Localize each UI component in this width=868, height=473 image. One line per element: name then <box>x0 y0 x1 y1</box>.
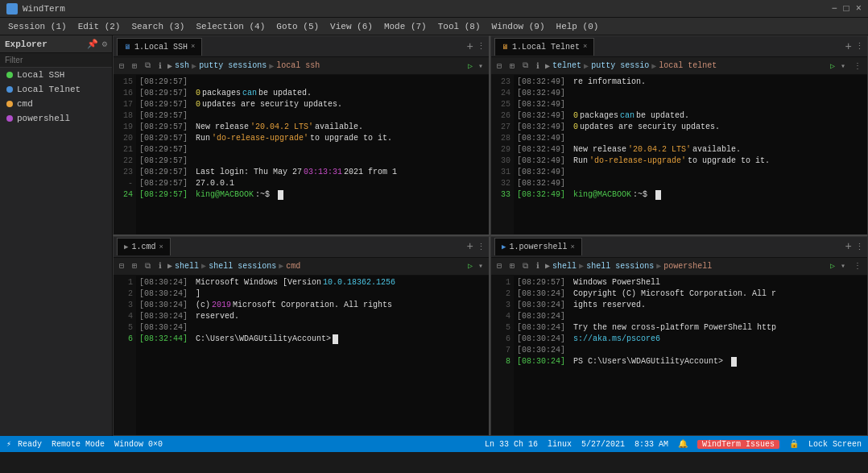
sidebar-item-local-ssh[interactable]: Local SSH <box>0 68 112 82</box>
close-button[interactable]: × <box>856 3 862 15</box>
sidebar-settings-icon[interactable]: ⚙ <box>101 39 107 49</box>
cmd-copy-btn[interactable]: ⧉ <box>143 261 153 272</box>
menu-view[interactable]: View (6) <box>325 20 378 33</box>
menu-help[interactable]: Help (0) <box>552 20 604 33</box>
bread-telnet-3[interactable]: local telnet <box>659 61 717 70</box>
tab-telnet-close[interactable]: × <box>583 43 587 51</box>
tab-local-telnet[interactable]: 🖥 1.Local Telnet × <box>494 38 594 56</box>
terminal-ssh-lines[interactable]: [08:29:57] [08:29:57] 0 packages can be … <box>136 75 489 234</box>
tab-cmd-add[interactable]: + <box>467 240 473 253</box>
bread-ssh-2[interactable]: putty sessions <box>199 61 267 70</box>
terminal-telnet-tabbar: 🖥 1.Local Telnet × + ⋮ <box>491 36 867 57</box>
ps-split-h-btn[interactable]: ⊟ <box>494 260 504 272</box>
cmd-dropdown-btn[interactable]: ▾ <box>476 260 486 272</box>
telnet-split-v-btn[interactable]: ⊞ <box>507 60 517 72</box>
tab-telnet-add[interactable]: + <box>845 40 852 53</box>
tab-cmd[interactable]: ▶ 1.cmd × <box>117 238 171 255</box>
telnet-run-btn[interactable]: ▷ <box>830 61 835 71</box>
terminal-ssh-toolbar: ⊟ ⊞ ⧉ ℹ ▶ ssh ▶ putty sessions ▶ local s… <box>114 57 489 75</box>
menu-edit[interactable]: Edit (2) <box>73 20 126 33</box>
status-lock-screen[interactable]: Lock Screen <box>808 440 862 449</box>
bread-cmd-1[interactable]: shell <box>175 262 199 271</box>
cmd-split-v-btn[interactable]: ⊞ <box>130 260 139 272</box>
terminal-ps-content[interactable]: 1 2 3 4 5 6 7 8 [08:29:57] Windows Power… <box>491 276 867 436</box>
ps-run-btn[interactable]: ▷ <box>830 261 835 271</box>
terminal-telnet-toolbar: ⊟ ⊞ ⧉ ℹ ▶ telnet ▶ putty sessio ▶ local … <box>491 57 867 75</box>
ssh-run-btn[interactable]: ▷ <box>468 61 473 71</box>
ps-dropdown-btn[interactable]: ▾ <box>838 260 848 272</box>
terminal-cmd-content[interactable]: 1 2 3 4 5 6 [08:30:24] Microsoft Windows… <box>114 276 489 436</box>
bread-ps-2[interactable]: shell sessions <box>586 262 654 271</box>
bread-ps-3[interactable]: powershell <box>663 262 712 271</box>
tab-powershell[interactable]: ▶ 1.powershell × <box>494 238 582 255</box>
menu-session[interactable]: Session (1) <box>3 20 72 33</box>
tab-ps-close[interactable]: × <box>570 243 574 251</box>
ps-split-v-btn[interactable]: ⊞ <box>507 260 517 272</box>
menu-tool[interactable]: Tool (8) <box>433 20 486 33</box>
status-lightning-icon[interactable]: ⚡ <box>6 439 11 449</box>
tab-local-ssh-close[interactable]: × <box>191 43 195 51</box>
cmd-run-btn[interactable]: ▷ <box>468 261 473 271</box>
bread-telnet-1[interactable]: telnet <box>552 61 581 70</box>
status-issues[interactable]: WindTerm Issues <box>697 440 779 449</box>
bread-sep1: ▶ <box>167 61 172 71</box>
ssh-split-h-btn[interactable]: ⊟ <box>117 60 126 72</box>
minimize-button[interactable]: − <box>831 3 837 15</box>
terminal-cmd-lines[interactable]: [08:30:24] Microsoft Windows [Version 10… <box>136 276 489 436</box>
ssh-line-17: [08:29:57] 0 updates are security update… <box>139 99 486 110</box>
tab-ps-more[interactable]: ⋮ <box>855 242 864 252</box>
telnet-overflow-btn[interactable]: ⋮ <box>851 60 864 72</box>
telnet-line-32: [08:32:49] <box>517 178 864 189</box>
bread-ssh-3[interactable]: local ssh <box>276 61 320 70</box>
ps-info-btn[interactable]: ℹ <box>534 260 542 272</box>
tab-cmd-close[interactable]: × <box>159 243 163 251</box>
cmd-bread-sep: ▶ <box>167 261 172 271</box>
ps-line-4: [08:30:24] <box>517 311 864 322</box>
telnet-split-h-btn[interactable]: ⊟ <box>494 60 504 72</box>
bread-cmd-2[interactable]: shell sessions <box>209 262 276 271</box>
sidebar-filter-input[interactable] <box>0 53 112 68</box>
menu-search[interactable]: Search (3) <box>126 20 189 33</box>
cmd-split-h-btn[interactable]: ⊟ <box>117 260 126 272</box>
menu-window[interactable]: Window (9) <box>487 20 550 33</box>
bread-telnet-2[interactable]: putty sessio <box>591 61 649 70</box>
bread-ps-1[interactable]: shell <box>552 262 577 271</box>
tab-ssh-add[interactable]: + <box>467 40 473 53</box>
ssh-dropdown-btn[interactable]: ▾ <box>476 60 486 72</box>
ps-line-5: [08:30:24] Try the new cross-platform Po… <box>517 322 864 334</box>
ssh-info-btn[interactable]: ℹ <box>156 60 164 72</box>
telnet-dropdown-btn[interactable]: ▾ <box>838 60 848 72</box>
ps-overflow-btn[interactable]: ⋮ <box>851 260 864 272</box>
status-lock-icon[interactable]: 🔒 <box>789 439 799 449</box>
terminal-ssh-content[interactable]: 15 16 17 18 19 20 21 22 23 - 24 [08:29:5… <box>114 75 489 234</box>
tab-local-ssh[interactable]: 🖥 1.Local SSH × <box>117 38 202 56</box>
tab-telnet-more[interactable]: ⋮ <box>855 41 864 52</box>
sidebar-dot-local-telnet <box>6 86 13 93</box>
ps-breadcrumb: ▶ shell ▶ shell sessions ▶ powershell <box>545 261 827 271</box>
telnet-copy-btn[interactable]: ⧉ <box>520 60 531 71</box>
status-os: linux <box>548 440 572 449</box>
telnet-info-btn[interactable]: ℹ <box>534 60 542 72</box>
menu-mode[interactable]: Mode (7) <box>379 20 432 33</box>
sidebar-item-cmd[interactable]: cmd <box>0 97 112 111</box>
tab-ps-add[interactable]: + <box>845 240 852 253</box>
ps-copy-btn[interactable]: ⧉ <box>520 261 531 272</box>
bread-ssh-1[interactable]: ssh <box>175 61 189 70</box>
sidebar-title: Explorer <box>5 39 48 49</box>
cmd-info-btn[interactable]: ℹ <box>156 260 164 272</box>
menu-goto[interactable]: Goto (5) <box>271 20 324 33</box>
terminal-ps-lines[interactable]: [08:29:57] Windows PowerShell [08:30:24]… <box>514 276 867 436</box>
bread-cmd-3[interactable]: cmd <box>286 262 300 271</box>
menu-selection[interactable]: Selection (4) <box>191 20 270 33</box>
maximize-button[interactable]: □ <box>844 3 849 15</box>
tab-ssh-more[interactable]: ⋮ <box>477 41 486 52</box>
tab-cmd-more[interactable]: ⋮ <box>477 242 486 252</box>
sidebar-item-local-telnet[interactable]: Local Telnet <box>0 82 112 97</box>
sidebar-dot-cmd <box>6 101 13 107</box>
terminal-telnet-lines[interactable]: [08:32:49] re information. [08:32:49] [0… <box>514 75 867 234</box>
sidebar-item-powershell[interactable]: powershell <box>0 111 112 126</box>
terminal-telnet-content[interactable]: 23 24 25 26 27 28 29 30 31 32 33 [08:32:… <box>491 75 867 234</box>
sidebar-pin-icon[interactable]: 📌 <box>87 39 98 49</box>
ssh-split-v-btn[interactable]: ⊞ <box>130 60 139 72</box>
ssh-copy-btn[interactable]: ⧉ <box>143 60 153 71</box>
